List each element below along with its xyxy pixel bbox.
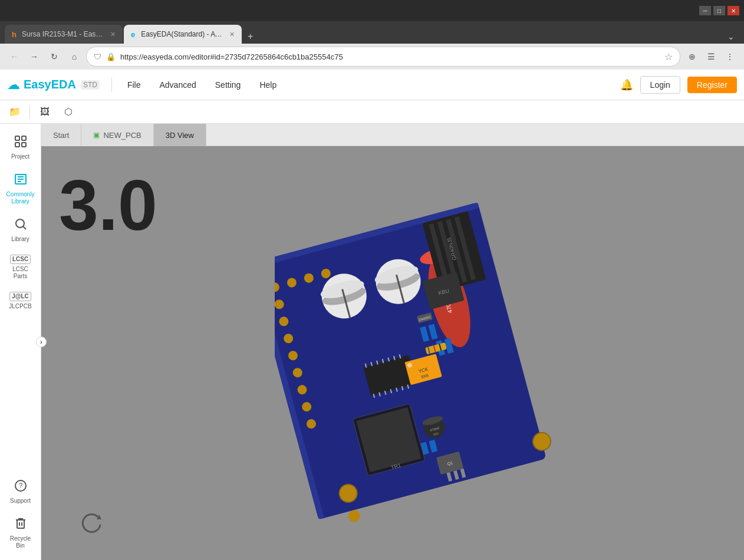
sidebar-item-recycle-bin[interactable]: RecycleBin bbox=[2, 512, 39, 554]
tab1-label: Sursa IR2153-M1 - EasyEDA ope bbox=[22, 30, 104, 38]
browser-addressbar: ← → ↻ ⌂ 🛡 🔒 https://easyeda.com/editor#i… bbox=[0, 44, 744, 70]
browser-tab-2[interactable]: e EasyEDA(Standard) - A Simple a ✕ bbox=[124, 25, 242, 44]
support-label: Support bbox=[10, 498, 31, 505]
tabs-dropdown-button[interactable]: ⌄ bbox=[723, 29, 739, 44]
lock-icon: 🔒 bbox=[106, 52, 116, 61]
maximize-button[interactable]: □ bbox=[713, 6, 725, 15]
notification-button[interactable]: 🔔 bbox=[620, 78, 633, 91]
lcsc-parts-label: LCSCParts bbox=[12, 266, 28, 280]
sidebar-item-project[interactable]: Project bbox=[2, 130, 39, 165]
pcb-icon: ▣ bbox=[93, 131, 100, 139]
browser-titlebar: ─ □ ✕ bbox=[0, 0, 744, 21]
svg-line-9 bbox=[23, 227, 26, 230]
library-label: Library bbox=[11, 236, 29, 243]
address-bar[interactable]: 🛡 🔒 https://easyeda.com/editor#id=2735d7… bbox=[86, 47, 680, 67]
sidebar-collapse-button[interactable]: › bbox=[36, 337, 47, 347]
app-menubar: ☁ EasyEDA STD File Advanced Setting Help… bbox=[0, 70, 744, 100]
content-tabs: Start ▣ NEW_PCB 3D View bbox=[41, 124, 744, 146]
sidebar-item-lcsc-parts[interactable]: LCSC LCSCParts bbox=[2, 250, 39, 285]
logo-std-badge: STD bbox=[81, 80, 100, 90]
toolbar-schematic-icon[interactable]: 🖼 bbox=[36, 103, 54, 121]
logo-cloud-icon: ☁ bbox=[7, 77, 20, 93]
svg-rect-3 bbox=[22, 143, 26, 147]
toolbar-divider-1 bbox=[29, 106, 30, 118]
tab-3d-view[interactable]: 3D View bbox=[154, 124, 206, 146]
tab-start[interactable]: Start bbox=[41, 124, 81, 146]
refresh-button[interactable]: ↻ bbox=[46, 48, 62, 65]
register-button[interactable]: Register bbox=[687, 77, 737, 93]
svg-rect-12 bbox=[17, 520, 24, 528]
browser-tab-1[interactable]: h Sursa IR2153-M1 - EasyEDA ope ✕ bbox=[5, 25, 123, 44]
tab2-close[interactable]: ✕ bbox=[229, 31, 235, 38]
menu-button[interactable]: ⋮ bbox=[722, 48, 738, 65]
recycle-bin-label: RecycleBin bbox=[10, 535, 31, 549]
sidebar-item-library[interactable]: Library bbox=[2, 212, 39, 248]
menu-divider-1 bbox=[111, 78, 112, 92]
tab1-close[interactable]: ✕ bbox=[110, 31, 116, 38]
svg-rect-1 bbox=[22, 136, 26, 140]
svg-point-8 bbox=[16, 219, 24, 228]
svg-rect-2 bbox=[15, 143, 19, 147]
app-toolbar: 📁 🖼 ⬡ bbox=[0, 100, 744, 124]
content-area: Start ▣ NEW_PCB 3D View 3.0 bbox=[41, 124, 744, 560]
sidebar: Project CommonlyLibrary bbox=[0, 124, 41, 560]
login-button[interactable]: Login bbox=[640, 76, 680, 94]
menu-help[interactable]: Help bbox=[256, 78, 280, 92]
tab-start-label: Start bbox=[53, 131, 69, 140]
home-button[interactable]: ⌂ bbox=[66, 48, 83, 65]
browser-window: ─ □ ✕ h Sursa IR2153-M1 - EasyEDA ope ✕ … bbox=[0, 0, 744, 70]
sidebar-button[interactable]: ☰ bbox=[703, 48, 719, 65]
tab2-label: EasyEDA(Standard) - A Simple a bbox=[141, 30, 223, 38]
main-layout: Project CommonlyLibrary bbox=[0, 124, 744, 560]
project-label: Project bbox=[11, 153, 29, 160]
sidebar-item-jlcpcb[interactable]: J@LC JLCPCB bbox=[2, 287, 39, 315]
app-container: ☁ EasyEDA STD File Advanced Setting Help… bbox=[0, 70, 744, 560]
sidebar-item-commonly-library[interactable]: CommonlyLibrary bbox=[2, 167, 39, 210]
tab1-favicon: h bbox=[12, 30, 18, 38]
tab-new-pcb-label: NEW_PCB bbox=[103, 131, 141, 140]
pcb-board-svg: 470uF/63V GR40NJ5 KBU bbox=[275, 176, 569, 529]
rotate-button[interactable] bbox=[77, 508, 106, 542]
version-text: 3.0 bbox=[59, 170, 157, 241]
window-controls: ─ □ ✕ bbox=[699, 6, 739, 15]
tab-new-pcb[interactable]: ▣ NEW_PCB bbox=[81, 124, 153, 146]
minimize-button[interactable]: ─ bbox=[699, 6, 711, 15]
svg-text:?: ? bbox=[18, 482, 22, 490]
toolbar-project-icon[interactable]: 📁 bbox=[6, 103, 24, 121]
jlcpcb-label: JLCPCB bbox=[9, 303, 31, 310]
tab-3d-view-label: 3D View bbox=[166, 131, 194, 140]
support-icon: ? bbox=[14, 479, 28, 496]
menu-setting[interactable]: Setting bbox=[212, 78, 245, 92]
tab2-favicon: e bbox=[131, 30, 137, 38]
lcsc-icon: LCSC bbox=[10, 255, 31, 264]
jlcpcb-icon: J@LC bbox=[9, 292, 31, 301]
new-tab-button[interactable]: + bbox=[243, 29, 258, 44]
logo-text: EasyEDA bbox=[24, 78, 76, 91]
app-logo: ☁ EasyEDA STD bbox=[7, 77, 100, 93]
project-icon bbox=[14, 134, 28, 151]
commonly-library-label: CommonlyLibrary bbox=[6, 191, 35, 205]
commonly-library-icon bbox=[14, 172, 28, 189]
address-text: https://easyeda.com/editor#id=2735d72265… bbox=[120, 52, 660, 61]
recycle-bin-icon bbox=[14, 516, 27, 533]
bookmark-icon[interactable]: ☆ bbox=[664, 51, 673, 62]
extensions-button[interactable]: ⊕ bbox=[684, 48, 700, 65]
sidebar-item-support[interactable]: ? Support bbox=[2, 474, 39, 509]
3d-view-area: 3.0 bbox=[41, 146, 744, 560]
forward-button[interactable]: → bbox=[26, 48, 42, 65]
browser-actions: ⊕ ☰ ⋮ bbox=[684, 48, 738, 65]
back-button[interactable]: ← bbox=[6, 48, 22, 65]
svg-rect-0 bbox=[15, 136, 19, 140]
menubar-right: 🔔 Login Register bbox=[620, 76, 737, 94]
toolbar-layers-icon[interactable]: ⬡ bbox=[60, 103, 77, 121]
library-icon bbox=[14, 217, 28, 234]
close-button[interactable]: ✕ bbox=[727, 6, 739, 15]
menu-advanced[interactable]: Advanced bbox=[156, 78, 200, 92]
menu-file[interactable]: File bbox=[124, 78, 144, 92]
shield-icon: 🛡 bbox=[94, 52, 101, 61]
browser-tabs-bar: h Sursa IR2153-M1 - EasyEDA ope ✕ e Easy… bbox=[0, 21, 744, 44]
